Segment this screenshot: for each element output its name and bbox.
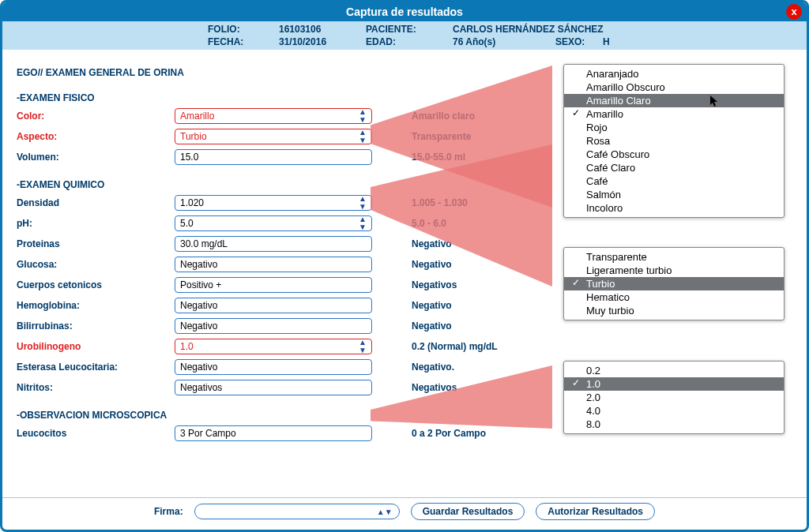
esterasa-label: Esterasa Leucocitaria:: [17, 362, 175, 373]
select-arrow-icon: ▲▼: [359, 339, 367, 354]
dropdown-option[interactable]: 0.2: [564, 364, 784, 377]
dropdown-option[interactable]: Incoloro: [564, 201, 784, 215]
hemoglobina-input-field[interactable]: [180, 300, 367, 311]
window: Captura de resultados x FOLIO: 16103106 …: [0, 0, 809, 532]
dropdown-option[interactable]: Café: [564, 174, 784, 188]
urobilinogeno-ref: 0.2 (Normal) mg/dL: [412, 341, 498, 352]
select-arrow-icon: ▲▼: [359, 129, 367, 144]
select-arrow-icon: ▲▼: [359, 108, 367, 124]
urobilinogeno-select[interactable]: 1.0 ▲▼: [175, 339, 372, 354]
leucocitos-input[interactable]: [175, 425, 372, 441]
nitritos-input-field[interactable]: [180, 382, 367, 393]
color-select-value: Amarillo: [180, 111, 214, 122]
ph-select[interactable]: 5.0 ▲▼: [175, 215, 372, 231]
dropdown-option[interactable]: Café Obscuro: [564, 148, 784, 161]
leucocitos-ref: 0 a 2 Por Campo: [412, 428, 486, 439]
bilirrubinas-input-field[interactable]: [180, 320, 367, 332]
dropdown-option[interactable]: Muy turbio: [564, 304, 784, 317]
dropdown-option[interactable]: 4.0: [564, 404, 784, 418]
nitritos-input[interactable]: [175, 380, 372, 395]
volumen-input[interactable]: [175, 149, 372, 165]
aspecto-select-value: Turbio: [180, 131, 207, 142]
proteinas-input[interactable]: [175, 236, 372, 252]
aspecto-label: Aspecto:: [17, 131, 175, 142]
paciente-label: PACIENTE:: [366, 24, 453, 35]
callout-wedge-urobilinogeno: [371, 365, 552, 429]
close-button[interactable]: x: [786, 4, 802, 20]
glucosa-input[interactable]: [175, 257, 372, 272]
cetonicos-ref: Negativos: [412, 279, 457, 290]
authorize-button-label: Autorizar Resultados: [547, 506, 643, 517]
dropdown-option[interactable]: Café Claro: [564, 161, 784, 174]
dropdown-option[interactable]: Ligeramente turbio: [564, 264, 784, 277]
hemoglobina-ref: Negativo: [412, 300, 452, 311]
leucocitos-input-field[interactable]: [180, 428, 367, 439]
glucosa-input-field[interactable]: [180, 259, 367, 270]
dropdown-option[interactable]: Transparente: [564, 250, 784, 264]
window-title: Captura de resultados: [346, 6, 463, 18]
bilirrubinas-input[interactable]: [175, 318, 372, 334]
urobilinogeno-dropdown-panel[interactable]: 0.21.02.04.08.0: [563, 361, 785, 434]
proteinas-input-field[interactable]: [180, 238, 367, 249]
sexo-value: H: [603, 36, 807, 47]
dropdown-option[interactable]: Rosa: [564, 134, 784, 148]
glucosa-label: Glucosa:: [17, 259, 175, 270]
bilirrubinas-ref: Negativo: [412, 320, 452, 332]
urobilinogeno-select-value: 1.0: [180, 341, 194, 352]
edad-value: 76 Año(s): [453, 36, 555, 47]
ph-label: pH:: [17, 218, 175, 229]
cetonicos-input-field[interactable]: [180, 279, 367, 290]
densidad-select[interactable]: 1.020 ▲▼: [175, 195, 372, 211]
firma-label: Firma:: [154, 506, 183, 517]
leucocitos-label: Leucocitos: [17, 428, 175, 439]
color-label: Color:: [17, 111, 175, 122]
esterasa-input[interactable]: [175, 359, 372, 375]
cetonicos-input[interactable]: [175, 277, 372, 293]
dropdown-option[interactable]: Rojo: [564, 121, 784, 134]
ph-select-value: 5.0: [180, 218, 194, 229]
urobilinogeno-label: Urobilinogeno: [17, 341, 175, 352]
close-icon: x: [791, 6, 796, 17]
mouse-cursor-icon: [710, 96, 720, 108]
hemoglobina-input[interactable]: [175, 298, 372, 313]
patient-info-bar: FOLIO: 16103106 PACIENTE: CARLOS HERNÁND…: [2, 21, 807, 50]
authorize-button[interactable]: Autorizar Resultados: [536, 503, 655, 520]
save-button[interactable]: Guardar Resultados: [411, 503, 525, 520]
dropdown-option[interactable]: Hematico: [564, 290, 784, 304]
color-dropdown-panel[interactable]: AnaranjadoAmarillo ObscuroAmarillo Claro…: [563, 64, 785, 218]
form-body: EGO// EXAMEN GENERAL DE ORINA -EXAMEN FI…: [2, 50, 807, 492]
aspecto-dropdown-panel[interactable]: TransparenteLigeramente turbioTurbioHema…: [563, 247, 785, 320]
fecha-label: FECHA:: [2, 36, 279, 47]
titlebar: Captura de resultados x: [2, 2, 807, 21]
densidad-label: Densidad: [17, 197, 175, 208]
save-button-label: Guardar Resultados: [423, 506, 514, 517]
aspecto-select[interactable]: Turbio ▲▼: [175, 129, 372, 144]
select-arrow-icon: ▲▼: [359, 215, 367, 231]
dropdown-option[interactable]: Turbio: [564, 277, 784, 290]
edad-label: EDAD:: [366, 36, 453, 47]
folio-label: FOLIO:: [2, 24, 279, 35]
dropdown-option[interactable]: 1.0: [564, 377, 784, 391]
dropdown-option[interactable]: Amarillo Claro: [564, 94, 784, 107]
dropdown-option[interactable]: Salmón: [564, 188, 784, 201]
fecha-value: 31/10/2016: [279, 36, 366, 47]
color-select[interactable]: Amarillo ▲▼: [175, 108, 372, 124]
paciente-value: CARLOS HERNÁNDEZ SÁNCHEZ: [453, 24, 807, 35]
volumen-input-field[interactable]: [180, 152, 367, 163]
dropdown-option[interactable]: 2.0: [564, 391, 784, 404]
folio-value: 16103106: [279, 24, 366, 35]
nitritos-label: Nitritos:: [17, 382, 175, 393]
dropdown-option[interactable]: 8.0: [564, 418, 784, 431]
volumen-label: Volumen:: [17, 152, 175, 163]
dropdown-option[interactable]: Anaranjado: [564, 67, 784, 81]
sexo-label: SEXO:: [555, 36, 603, 47]
esterasa-ref: Negativo.: [412, 362, 454, 373]
hemoglobina-label: Hemoglobina:: [17, 300, 175, 311]
select-arrow-icon: ▲▼: [359, 195, 367, 211]
esterasa-input-field[interactable]: [180, 362, 367, 373]
footer: Firma: ▲▼ Guardar Resultados Autorizar R…: [2, 497, 807, 525]
densidad-select-value: 1.020: [180, 197, 204, 208]
dropdown-option[interactable]: Amarillo: [564, 107, 784, 121]
firma-select[interactable]: ▲▼: [194, 504, 400, 519]
dropdown-option[interactable]: Amarillo Obscuro: [564, 81, 784, 94]
